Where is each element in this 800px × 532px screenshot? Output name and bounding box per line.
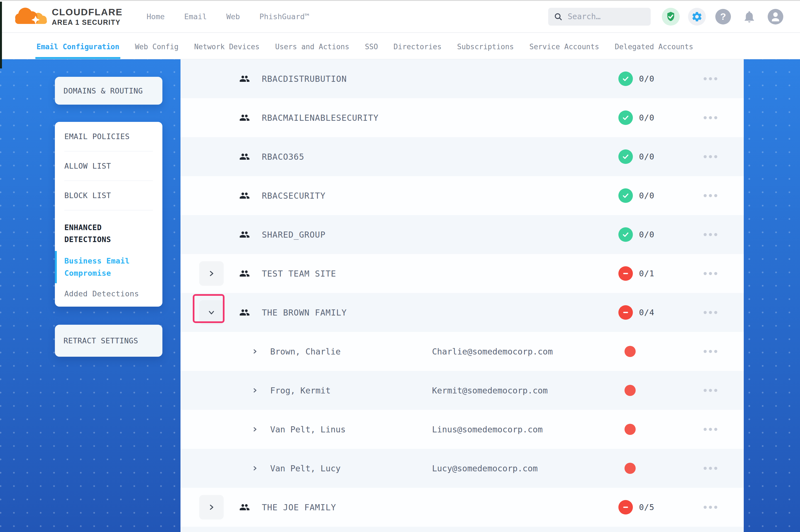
sidebar-item-allow-list[interactable]: ALLOW LIST (64, 151, 153, 181)
group-people-icon (239, 112, 250, 123)
member-count: 0/5 (639, 502, 654, 512)
cloudflare-cloud-icon (13, 5, 49, 28)
table-row: TEST TEAM SITE0/1 (181, 254, 744, 293)
table-row: Van Pelt, LinusLinus@somedemocorp.com (181, 410, 744, 449)
user-icon[interactable] (767, 8, 784, 25)
logo-line1: CLOUDFLARE (52, 7, 123, 18)
table-row: RBACSECURITY0/0 (181, 176, 744, 215)
sidebar-item-enhanced-detections: ENHANCED DETECTIONS (64, 210, 137, 248)
member-email: Linus@somedemocorp.com (432, 424, 543, 434)
row-menu-button[interactable] (704, 428, 717, 431)
cloudflare-logo[interactable]: CLOUDFLARE AREA 1 SECURITY (13, 5, 123, 28)
group-name: TEST TEAM SITE (262, 269, 336, 279)
member-email: Kermit@somedemocorp.com (432, 386, 548, 395)
group-name: THE JOE FAMILY (262, 502, 336, 512)
member-chevron-icon[interactable] (252, 465, 258, 472)
table-row: SHARED_GROUP0/0 (181, 215, 744, 254)
table-row: THE JOE FAMILY0/5 (181, 488, 744, 527)
row-menu-button[interactable] (704, 350, 717, 353)
row-menu-button[interactable] (704, 389, 717, 392)
status-badge-blocked (618, 305, 633, 320)
group-name: SHARED_GROUP (262, 230, 326, 240)
member-count: 0/4 (639, 308, 654, 317)
sidebar-item-business-email-compromise[interactable]: Business Email Compromise (64, 248, 153, 286)
sidebar-item-added-detections[interactable]: Added Detections (64, 286, 153, 309)
group-people-icon (239, 151, 250, 162)
row-menu-button[interactable] (704, 233, 717, 236)
member-chevron-icon[interactable] (252, 348, 258, 355)
header-nav-item[interactable]: Web (226, 12, 240, 21)
tab-directories[interactable]: Directories (394, 34, 441, 59)
row-menu-button[interactable] (704, 77, 717, 80)
group-name: RBACO365 (262, 152, 305, 162)
header-nav-item[interactable]: PhishGuard™ (259, 12, 309, 21)
tab-delegated-accounts[interactable]: Delegated Accounts (615, 34, 693, 59)
member-email: Lucy@somedemocorp.com (432, 463, 538, 473)
expand-group-button[interactable] (199, 261, 224, 286)
sidebar-item-block-list[interactable]: BLOCK LIST (64, 181, 153, 210)
alert-dot (624, 463, 636, 474)
table-row: RBACMAILENABLESECURITY0/0 (181, 98, 744, 137)
top-header: CLOUDFLARE AREA 1 SECURITY HomeEmailWebP… (0, 0, 800, 33)
sidebar-item-retract-settings[interactable]: RETRACT SETTINGS (55, 325, 162, 357)
row-menu-button[interactable] (704, 506, 717, 509)
member-name: Van Pelt, Lucy (270, 463, 341, 473)
header-icon-group: ? (662, 8, 784, 25)
tab-service-accounts[interactable]: Service Accounts (529, 34, 599, 59)
status-badge-blocked (618, 500, 633, 514)
bell-icon[interactable] (740, 8, 758, 25)
member-chevron-icon[interactable] (252, 426, 258, 433)
row-menu-button[interactable] (704, 272, 717, 275)
status-badge-blocked (618, 266, 633, 281)
sidebar-item-domains-routing[interactable]: DOMAINS & ROUTING (55, 77, 162, 104)
row-menu-button[interactable] (704, 116, 717, 119)
table-row (181, 527, 744, 532)
search-icon (554, 12, 563, 21)
member-count: 0/1 (639, 269, 654, 278)
group-name: THE BROWN FAMILY (262, 308, 347, 318)
tab-network-devices[interactable]: Network Devices (194, 34, 260, 59)
logo-line2: AREA 1 SECURITY (52, 18, 123, 26)
group-people-icon (239, 268, 250, 279)
group-name: RBACDISTRUBUTION (262, 74, 347, 84)
sidebar-item-email-policies[interactable]: EMAIL POLICIES (64, 122, 153, 151)
member-count: 0/0 (639, 191, 654, 200)
member-count: 0/0 (639, 74, 654, 83)
header-nav: HomeEmailWebPhishGuard™ (146, 12, 309, 21)
status-badge-ok (618, 227, 633, 242)
table-row: Frog, KermitKermit@somedemocorp.com (181, 371, 744, 410)
status-badge-ok (618, 149, 633, 164)
logo-text: CLOUDFLARE AREA 1 SECURITY (52, 7, 123, 26)
gear-icon[interactable] (688, 8, 706, 25)
group-people-icon (239, 307, 250, 318)
member-count: 0/0 (639, 113, 654, 122)
alert-dot (624, 385, 636, 396)
group-people-icon (239, 502, 250, 513)
group-name: RBACSECURITY (262, 191, 326, 201)
row-menu-button[interactable] (704, 467, 717, 470)
tab-sso[interactable]: SSO (365, 34, 378, 59)
row-menu-button[interactable] (704, 311, 717, 314)
tab-users-and-actions[interactable]: Users and Actions (275, 34, 349, 59)
row-menu-button[interactable] (704, 194, 717, 197)
member-name: Brown, Charlie (270, 347, 341, 357)
alert-dot (624, 424, 636, 435)
help-icon[interactable]: ? (714, 8, 732, 25)
table-row: THE BROWN FAMILY0/4 (181, 293, 744, 332)
header-nav-item[interactable]: Home (146, 12, 165, 21)
expand-group-button[interactable] (199, 495, 224, 519)
table-row: Brown, CharlieCharlie@somedemocorp.com (181, 332, 744, 371)
member-chevron-icon[interactable] (252, 387, 258, 394)
search-input[interactable] (567, 12, 639, 21)
tab-subscriptions[interactable]: Subscriptions (457, 34, 514, 59)
tab-web-config[interactable]: Web Config (135, 34, 179, 59)
search-bar[interactable] (548, 8, 651, 25)
status-badge-ok (618, 188, 633, 203)
status-badge-ok (618, 111, 633, 125)
status-badge-ok (618, 72, 633, 86)
tab-email-configuration[interactable]: Email Configuration (36, 34, 119, 59)
row-menu-button[interactable] (704, 155, 717, 158)
shield-check-icon[interactable] (662, 8, 680, 25)
header-nav-item[interactable]: Email (184, 12, 207, 21)
table-row: RBACDISTRUBUTION0/0 (181, 59, 744, 98)
